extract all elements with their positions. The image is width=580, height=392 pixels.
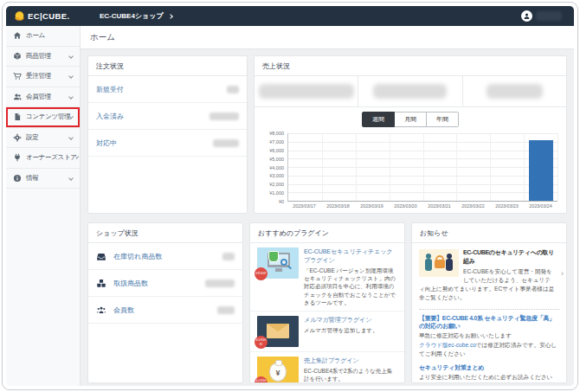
contents-icon	[13, 112, 22, 121]
plugin-title-link[interactable]: 売上集計プラグイン	[304, 357, 397, 365]
sidebar-nav: ホーム 商品管理 受注管理 会員管理 コンテンツ管理	[6, 26, 81, 386]
carousel-next-icon[interactable]: ›	[561, 269, 564, 278]
shop-status-row: 取扱商品数	[88, 270, 242, 297]
page-title: ホーム	[81, 26, 574, 49]
security-illustration	[419, 249, 459, 277]
order-status-row: 新規受付	[88, 76, 247, 103]
chart-x-tick: 2023/03/22	[456, 202, 490, 210]
redacted-value	[227, 86, 239, 93]
chart-gridline	[456, 133, 457, 201]
plugin-title-link[interactable]: EC-CUBEセキュリティチェックプラグイン	[304, 247, 397, 265]
news-item: セキュリティ対策まとめ より安全に利用いただくために必ずお読みください	[412, 359, 566, 382]
plugin-thumbnail[interactable]: ¥ 4.0系対応	[257, 357, 299, 383]
sidebar-item-home[interactable]: ホーム	[6, 26, 80, 47]
user-avatar-icon[interactable]	[521, 10, 532, 22]
sidebar-item-owners-store[interactable]: オーナーズストア	[6, 148, 80, 169]
order-status-link-in-progress[interactable]: 対応中	[96, 138, 117, 148]
shop-status-row: 会員数	[88, 297, 242, 324]
plugins-title: おすすめのプラグイン	[250, 223, 404, 243]
envelope-graphic	[267, 324, 289, 338]
redacted-value	[213, 139, 239, 147]
shop-name-chevron-icon	[168, 14, 173, 19]
inbox-icon	[96, 252, 107, 261]
chart-y-tick: ¥1,000	[269, 190, 284, 196]
owners-store-icon	[13, 153, 22, 162]
sales-summary-cell	[358, 76, 462, 106]
chevron-down-icon	[68, 54, 74, 59]
cloud-version-link[interactable]: クラウド版ec-cube.co	[419, 342, 476, 348]
orders-icon	[13, 72, 22, 80]
tab-weekly[interactable]: 週間	[362, 112, 395, 127]
sidebar-item-label: 設定	[26, 133, 38, 142]
chevron-down-icon	[68, 74, 74, 79]
sales-summary-cell	[255, 76, 358, 106]
redacted-value	[209, 112, 239, 120]
redacted-value	[217, 306, 235, 314]
news-item: 【重要】EC-CUBE 4.0系 セキュリティ緊急度「高」の対応のお願い 早急に…	[412, 310, 566, 359]
info-icon	[13, 174, 22, 183]
shop-status-card: ショップ状況 在庫切れ商品数 取扱商品数	[87, 222, 243, 383]
news-link[interactable]: セキュリティ対策まとめ	[419, 363, 559, 372]
tab-yearly[interactable]: 年間	[427, 112, 459, 127]
chart-x-tick: 2023/03/17	[287, 202, 321, 210]
members-icon	[13, 93, 22, 101]
news-desc: より安全に利用いただくために必ずお読みください	[419, 373, 559, 382]
chevron-down-icon	[75, 156, 79, 159]
money-bag-graphic: ¥	[269, 363, 287, 382]
ec-cube-logo[interactable]: EC|CUBE.	[6, 10, 81, 22]
screenshot-frame: EC|CUBE. EC-CUBE4ショップ ホーム 商品管理	[2, 2, 578, 390]
product-count-link[interactable]: 取扱商品数	[113, 279, 148, 288]
order-status-row: 入金済み	[88, 103, 247, 130]
chart-y-tick: ¥4,000	[269, 165, 284, 170]
order-status-link-paid[interactable]: 入金済み	[96, 112, 124, 121]
plugin-thumbnail[interactable]: 4.0系対応	[257, 316, 299, 347]
tab-monthly[interactable]: 月間	[395, 112, 427, 127]
sidebar-item-contents[interactable]: コンテンツ管理	[6, 107, 80, 128]
chevron-down-icon	[68, 176, 74, 181]
sidebar-item-settings[interactable]: 設定	[6, 128, 80, 149]
chart-gridline	[490, 133, 491, 201]
shop-name[interactable]: EC-CUBE4ショップ	[100, 11, 164, 21]
chart-gridline	[356, 133, 357, 201]
redacted-value	[259, 84, 354, 99]
sidebar-item-orders[interactable]: 受注管理	[6, 67, 80, 87]
news-title: お知らせ	[412, 223, 566, 243]
news-link[interactable]: 【重要】EC-CUBE 4.0系 セキュリティ緊急度「高」の対応のお願い	[419, 314, 559, 331]
chart-y-tick: ¥7,000	[269, 139, 284, 145]
chart-x-axis: 2023/03/172023/03/182023/03/192023/03/20…	[287, 202, 557, 210]
ec-cube-logo-icon	[14, 10, 25, 22]
sidebar-item-label: 会員管理	[26, 93, 51, 101]
plugin-description: EC-CUBE4系で2系のような売上集計を行います。	[304, 367, 397, 382]
sidebar-item-label: 商品管理	[26, 52, 51, 61]
version-badge: 4系対応	[255, 267, 267, 280]
sales-period-tabs: 週間 月間 年間	[255, 107, 566, 130]
logo-text: EC|CUBE.	[28, 11, 70, 21]
chevron-down-icon	[69, 115, 74, 119]
chart-x-tick: 2023/03/18	[321, 202, 355, 210]
chart-y-tick: ¥2,000	[269, 182, 284, 187]
order-status-link-new[interactable]: 新規受付	[96, 85, 124, 94]
chart-x-tick: 2023/03/20	[389, 202, 422, 210]
chart-plot	[287, 133, 557, 202]
yen-symbol: ¥	[270, 369, 286, 377]
plugin-description: 「EC-CUBE バージョン別運用環境セキュリティチェックリスト」内の対応必須項…	[304, 267, 397, 306]
plugin-title-link[interactable]: メルマガ管理プラグイン	[304, 316, 378, 325]
dashboard-content: 注文状況 新規受付 入金済み 対応中	[81, 49, 574, 386]
sales-summary-row	[255, 76, 566, 107]
member-count-link[interactable]: 会員数	[113, 305, 134, 315]
sidebar-item-info[interactable]: 情報	[6, 169, 80, 190]
sidebar-item-members[interactable]: 会員管理	[6, 87, 80, 108]
main-area: ホーム 注文状況 新規受付 入金済み	[81, 26, 574, 386]
person-icon	[523, 12, 531, 20]
plugin-thumbnail[interactable]: 4系対応	[257, 247, 299, 279]
redacted-value	[222, 253, 235, 260]
sales-summary-cell	[463, 76, 566, 106]
sidebar-item-products[interactable]: 商品管理	[6, 47, 80, 67]
chart-x-tick: 2023/03/21	[422, 202, 456, 210]
monitor-stand-graphic	[275, 268, 282, 272]
chart-gridline	[423, 133, 424, 201]
news-feature[interactable]: EC-CUBEのセキュリティへの取り組み EC-CUBEを安心して運営・開発をし…	[412, 243, 566, 305]
chart-gridline	[557, 133, 558, 201]
out-of-stock-link[interactable]: 在庫切れ商品数	[113, 252, 162, 261]
sales-status-card: 売上状況 週間 月間 年間 ¥8,	[254, 55, 567, 214]
